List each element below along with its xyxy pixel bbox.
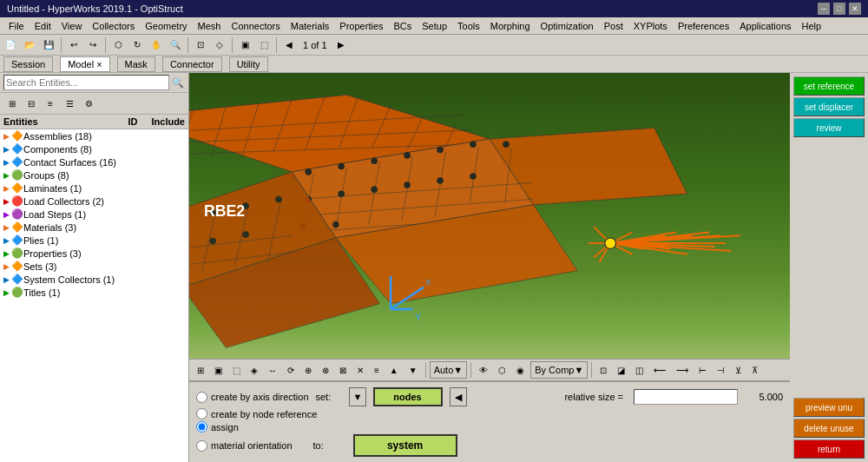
display-btn-8[interactable]: ⊻ — [731, 364, 746, 377]
wire-btn[interactable]: ⬚ — [255, 36, 273, 54]
list-item[interactable]: ▶ 🟢 Groups (8) — [0, 168, 188, 182]
menu-mesh[interactable]: Mesh — [193, 21, 227, 31]
display-btn-9[interactable]: ⊼ — [747, 364, 762, 377]
axis-direction-radio[interactable] — [196, 392, 207, 403]
view-btn-10[interactable]: ✕ — [352, 364, 368, 377]
display-btn-5[interactable]: ⟶ — [672, 364, 693, 377]
set-dropdown-btn[interactable]: ▼ — [349, 387, 366, 406]
search-input[interactable] — [3, 75, 169, 90]
menu-bcs[interactable]: BCs — [389, 21, 418, 31]
menu-materials[interactable]: Materials — [286, 21, 335, 31]
list-item[interactable]: ▶ 🔶 Assemblies (18) — [0, 129, 188, 142]
menu-file[interactable]: File — [3, 21, 30, 31]
eye-btn[interactable]: 👁 — [475, 364, 492, 377]
delete-unused-button[interactable]: delete unuse — [793, 419, 865, 438]
set-displacer-button[interactable]: set displacer — [793, 97, 865, 116]
display-btn-3[interactable]: ◫ — [631, 364, 648, 377]
open-btn[interactable]: 📂 — [21, 36, 38, 54]
menu-post[interactable]: Post — [599, 21, 628, 31]
view-btn-7[interactable]: ⊕ — [300, 364, 316, 377]
menu-properties[interactable]: Properties — [334, 21, 388, 31]
material-orientation-option[interactable]: material orientation — [196, 440, 293, 452]
render-btn[interactable]: ◉ — [512, 364, 529, 377]
view-btn-4[interactable]: ◈ — [247, 364, 262, 377]
menu-optimization[interactable]: Optimization — [536, 21, 599, 31]
list-item[interactable]: ▶ 🟢 Titles (1) — [0, 286, 188, 299]
review-button[interactable]: review — [793, 118, 865, 137]
menu-setup[interactable]: Setup — [417, 21, 452, 31]
options-btn[interactable]: ⚙ — [80, 95, 97, 112]
list-item[interactable]: ▶ 🔶 Materials (3) — [0, 221, 188, 234]
view-btn-2[interactable]: ▣ — [210, 364, 227, 377]
entity-type-btn[interactable]: ☰ — [61, 95, 78, 112]
axis-direction-option[interactable]: create by axis direction — [196, 392, 309, 403]
menu-xyplots[interactable]: XYPlots — [628, 21, 673, 31]
preview-unused-button[interactable]: preview unu — [793, 398, 865, 417]
rotate-btn[interactable]: ↻ — [128, 36, 146, 54]
model-tab[interactable]: Model × — [60, 56, 109, 72]
material-orientation-radio[interactable] — [196, 440, 207, 452]
fit-btn[interactable]: ⊡ — [192, 36, 209, 54]
view-btn-11[interactable]: ≡ — [370, 364, 384, 377]
auto-dropdown[interactable]: Auto ▼ — [430, 361, 468, 379]
menu-help[interactable]: Help — [797, 21, 827, 31]
mask-tab[interactable]: Mask — [117, 56, 155, 72]
prev-btn[interactable]: ◀ — [280, 36, 298, 54]
list-item[interactable]: ▶ 🔷 Plies (1) — [0, 234, 188, 247]
list-item[interactable]: ▶ 🔶 Sets (3) — [0, 260, 188, 273]
select-btn[interactable]: ⬡ — [109, 36, 127, 54]
collapse-all-btn[interactable]: ⊟ — [23, 95, 40, 112]
assign-option[interactable]: assign — [196, 421, 239, 432]
menu-collectors[interactable]: Collectors — [87, 21, 140, 31]
view-btn-12[interactable]: ▲ — [385, 364, 403, 377]
3d-viewport[interactable]: Model Info: C:\Users\oguzh\Desktop\Querl… — [189, 73, 790, 359]
list-item[interactable]: ▶ 🟢 Properties (3) — [0, 247, 188, 260]
list-item[interactable]: ▶ 🔷 Components (8) — [0, 142, 188, 155]
menu-geometry[interactable]: Geometry — [140, 21, 192, 31]
view-btn-5[interactable]: ↔ — [264, 364, 281, 377]
assign-radio[interactable] — [196, 421, 207, 432]
search-button[interactable]: 🔍 — [171, 76, 185, 89]
list-item[interactable]: ▶ 🔴 Load Collectors (2) — [0, 195, 188, 208]
next-btn[interactable]: ▶ — [332, 36, 350, 54]
view-btn-9[interactable]: ⊠ — [335, 364, 351, 377]
nodes-arrow-btn[interactable]: ◀ — [450, 387, 467, 406]
zoom-btn[interactable]: 🔍 — [167, 36, 184, 54]
return-button[interactable]: return — [793, 439, 865, 459]
menu-applications[interactable]: Applications — [734, 21, 796, 31]
node-reference-radio[interactable] — [196, 408, 207, 419]
close-button[interactable]: ✕ — [849, 3, 861, 15]
pan-btn[interactable]: ✋ — [148, 36, 165, 54]
redo-btn[interactable]: ↪ — [84, 36, 102, 54]
system-button[interactable]: system — [353, 434, 457, 457]
list-item[interactable]: ▶ 🔷 Contact Surfaces (16) — [0, 155, 188, 168]
display-btn-4[interactable]: ⟵ — [649, 364, 670, 377]
view-btn-6[interactable]: ⟳ — [283, 364, 299, 377]
display-btn-1[interactable]: ⊡ — [595, 364, 611, 377]
display-btn-7[interactable]: ⊣ — [713, 364, 729, 377]
view-btn-8[interactable]: ⊗ — [318, 364, 333, 377]
view-btn-13[interactable]: ▼ — [404, 364, 422, 377]
mesh-btn[interactable]: ⬡ — [494, 364, 510, 377]
menu-preferences[interactable]: Preferences — [673, 21, 734, 31]
display-btn-2[interactable]: ◪ — [613, 364, 629, 377]
list-item[interactable]: ▶ 🔷 System Collectors (1) — [0, 273, 188, 286]
list-item[interactable]: ▶ 🟣 Load Steps (1) — [0, 208, 188, 221]
save-btn[interactable]: 💾 — [40, 36, 57, 54]
expand-all-btn[interactable]: ⊞ — [3, 95, 21, 112]
by-comp-dropdown[interactable]: By Comp ▼ — [530, 361, 588, 379]
view-btn-3[interactable]: ⬚ — [228, 364, 245, 377]
node-reference-option[interactable]: create by node reference — [196, 408, 317, 419]
menu-connectors[interactable]: Connectors — [226, 21, 285, 31]
menu-edit[interactable]: Edit — [30, 21, 56, 31]
undo-btn[interactable]: ↩ — [65, 36, 82, 54]
display-btn-6[interactable]: ⊢ — [694, 364, 711, 377]
relative-size-input[interactable] — [634, 389, 738, 405]
new-btn[interactable]: 📄 — [2, 36, 19, 54]
menu-view[interactable]: View — [56, 21, 88, 31]
minimize-button[interactable]: ─ — [818, 3, 830, 15]
nodes-button[interactable]: nodes — [373, 387, 443, 406]
menu-tools[interactable]: Tools — [452, 21, 485, 31]
list-item[interactable]: ▶ 🔶 Laminates (1) — [0, 182, 188, 195]
iso-btn[interactable]: ◇ — [211, 36, 228, 54]
